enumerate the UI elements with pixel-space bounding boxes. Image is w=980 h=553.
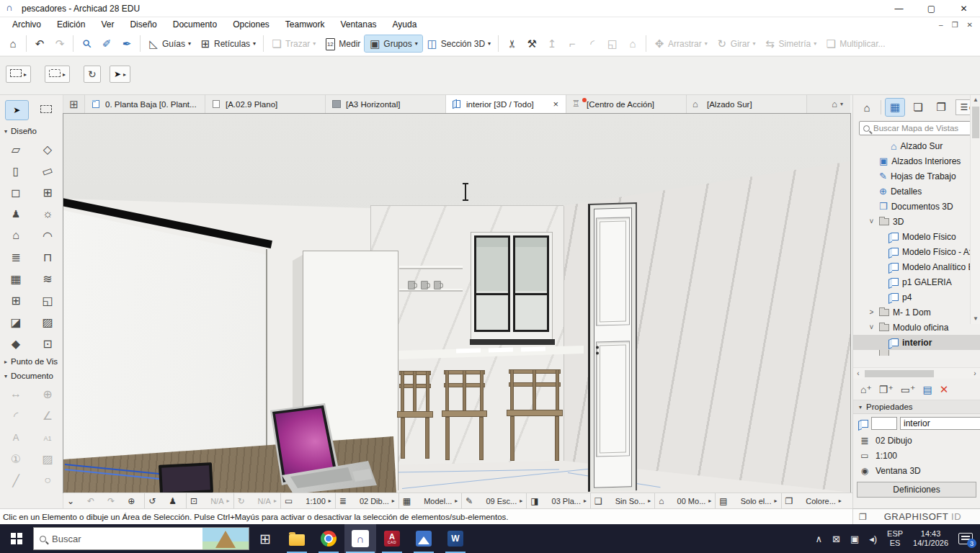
quick-option[interactable] [715, 493, 736, 508]
quick-option[interactable] [526, 493, 548, 508]
quick-option[interactable] [144, 493, 165, 508]
search-input[interactable] [873, 124, 970, 132]
tree-item[interactable]: Documentos 3D [853, 199, 980, 214]
document-tool[interactable] [0, 405, 32, 426]
tree-item[interactable]: Hojas de Trabajo [853, 168, 980, 184]
notification-center-icon[interactable]: 3 [958, 533, 973, 544]
view-name-field[interactable] [900, 417, 980, 430]
doc-restore-button[interactable]: ❐ [952, 21, 958, 29]
menu-item[interactable]: Ventanas [333, 18, 385, 31]
quick-option[interactable]: 03 Pla... ▸ [548, 493, 590, 508]
mug[interactable] [408, 281, 415, 289]
tree-item[interactable]: Alzados Interiores [853, 153, 980, 168]
tree-expander-icon[interactable]: ˃ [868, 308, 876, 316]
scroll-right-icon[interactable]: › [970, 369, 980, 377]
taskbar-app-autocad[interactable] [376, 524, 408, 553]
window[interactable] [471, 232, 553, 340]
toolbar-button[interactable] [542, 35, 562, 52]
toolbar-button[interactable]: Girar ▾ [712, 35, 760, 52]
layout-book-button[interactable] [909, 99, 927, 116]
start-button[interactable] [0, 524, 33, 553]
toolbox-section-viewpoint[interactable]: ▸ Punto de Vis [0, 354, 63, 369]
design-tool[interactable] [32, 311, 63, 333]
quick-option[interactable] [186, 493, 207, 508]
toolbar-button[interactable]: Multiplicar... [821, 35, 889, 52]
view-tab[interactable]: [Alzado Sur] [687, 95, 807, 113]
toolbar-button[interactable]: Trazar ▾ [263, 35, 320, 52]
toolbar-button[interactable] [582, 35, 602, 52]
tree-item[interactable]: ˃ M- 1 Dom [853, 305, 980, 320]
toolbar-button[interactable] [26, 35, 50, 52]
design-tool[interactable] [32, 160, 63, 181]
menu-item[interactable]: Opciones [225, 18, 277, 31]
quick-option[interactable]: 09 Esc... ▸ [482, 493, 526, 508]
scrollbar-thumb[interactable] [972, 107, 979, 138]
tab-close-icon[interactable]: × [551, 99, 560, 109]
toolbar-button[interactable] [73, 35, 97, 52]
taskbar-app-photos[interactable] [408, 524, 440, 553]
view-map-search[interactable] [859, 121, 974, 135]
language-indicator[interactable]: ESPES [887, 529, 903, 548]
publisher-button[interactable] [932, 99, 950, 116]
menu-item[interactable]: Ayuda [385, 18, 425, 31]
project-map-button[interactable] [858, 99, 876, 116]
scroll-left-icon[interactable]: ‹ [853, 369, 863, 377]
tree-expander-icon[interactable]: ˅ [868, 323, 876, 331]
doc-close-button[interactable]: ✕ [967, 21, 973, 29]
view-map-button[interactable] [886, 99, 904, 116]
quick-option[interactable]: N/A ▸ [207, 493, 233, 508]
design-tool[interactable] [32, 268, 63, 289]
doc-minimize-button[interactable]: – [939, 21, 943, 29]
quick-option[interactable]: Sin So... ▸ [612, 493, 655, 508]
search-highlight-image[interactable] [202, 528, 249, 549]
tree-item[interactable]: p4 [853, 289, 980, 305]
document-tool[interactable] [32, 426, 63, 448]
toolbar-button[interactable] [50, 35, 70, 52]
quick-option[interactable]: 1:100 ▸ [302, 493, 335, 508]
quick-option[interactable] [165, 493, 186, 508]
taskbar-app-archicad[interactable]: ∩ [344, 524, 376, 553]
graphisoft-id-bar[interactable]: ❐ GRAPHISOFT ID [852, 508, 980, 524]
tab-overview-button[interactable]: ⊞ [63, 95, 85, 113]
chair[interactable] [509, 369, 561, 461]
taskbar-app-word[interactable]: W [440, 524, 471, 553]
document-tool[interactable] [32, 405, 63, 426]
laptop[interactable] [262, 403, 380, 493]
chair[interactable] [444, 370, 485, 460]
toolbar-button[interactable]: Arrastrar ▾ [646, 35, 712, 52]
action-button[interactable] [922, 384, 932, 395]
quick-option[interactable] [84, 493, 104, 508]
menu-item[interactable]: Documento [165, 18, 225, 31]
monitor[interactable] [159, 462, 213, 493]
design-tool[interactable] [32, 203, 63, 225]
cast-icon[interactable]: ⊠ [832, 534, 840, 544]
view-tab[interactable]: interior [3D / Todo] × [446, 95, 566, 113]
document-tool[interactable] [0, 448, 32, 469]
menu-item[interactable]: Teamwork [277, 18, 333, 31]
taskbar-search[interactable] [33, 527, 249, 550]
toolbar-button[interactable]: Medir [320, 34, 365, 53]
tree-item[interactable]: interior [853, 335, 980, 350]
quick-option[interactable]: 00 Mo... ▸ [674, 493, 716, 508]
window-restore-icon[interactable]: ❐ [853, 512, 873, 522]
design-tool[interactable] [0, 225, 32, 246]
design-tool[interactable] [0, 268, 32, 289]
wall-shelf[interactable] [399, 266, 463, 269]
design-tool[interactable] [0, 246, 32, 268]
quick-option[interactable] [233, 493, 254, 508]
quick-option[interactable] [280, 493, 302, 508]
quick-option[interactable] [335, 493, 356, 508]
quick-option[interactable] [654, 493, 673, 508]
view-tab[interactable]: [A3 Horizontal] [326, 95, 446, 113]
tree-item[interactable]: Modelo Físico - Axo [853, 244, 980, 259]
marquee-mode-button[interactable]: ▸ [6, 66, 31, 83]
close-button[interactable]: ✕ [948, 0, 980, 17]
tray-chevron-icon[interactable]: ∧ [815, 534, 822, 544]
arrow-tool[interactable] [6, 101, 28, 120]
document-tool[interactable] [32, 469, 63, 491]
toolbar-button[interactable]: Guías ▾ [140, 35, 195, 52]
task-view-button[interactable] [249, 524, 281, 553]
quick-option[interactable] [461, 493, 482, 508]
tree-item[interactable]: Modelo Analítico Es [853, 259, 980, 274]
tree-horizontal-scrollbar[interactable]: ‹ › [853, 367, 980, 379]
